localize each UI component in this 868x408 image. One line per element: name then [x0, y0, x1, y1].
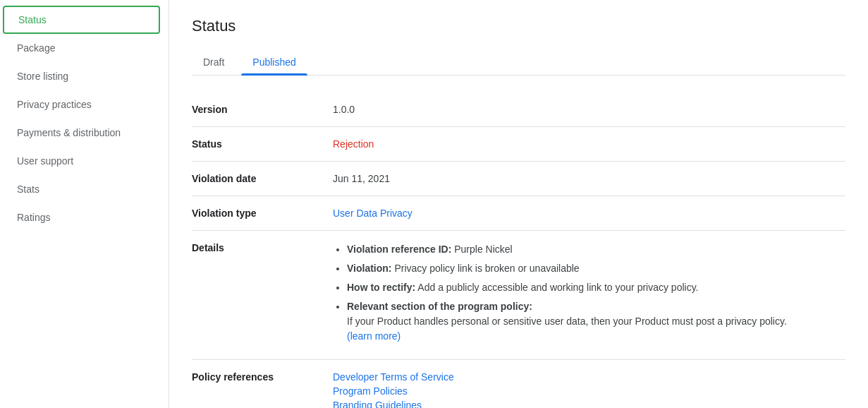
violation-date-row: Violation date Jun 11, 2021	[192, 162, 845, 196]
details-value: Violation reference ID: Purple Nickel Vi…	[333, 242, 845, 348]
tab-draft[interactable]: Draft	[192, 49, 236, 75]
sidebar-item-status[interactable]: Status	[3, 6, 160, 34]
sidebar: Status Package Store listing Privacy pra…	[0, 0, 169, 408]
detail-item-bold: Violation reference ID:	[347, 244, 451, 255]
detail-item-bold: Relevant section of the program policy:	[347, 301, 532, 312]
sidebar-item-store-listing[interactable]: Store listing	[0, 62, 163, 90]
list-item: How to rectify: Add a publicly accessibl…	[347, 280, 845, 295]
sidebar-item-label: User support	[17, 155, 73, 167]
list-item: Violation: Privacy policy link is broken…	[347, 261, 845, 276]
sidebar-item-user-support[interactable]: User support	[0, 147, 163, 175]
violation-type-value: User Data Privacy	[333, 208, 845, 219]
details-row: Details Violation reference ID: Purple N…	[192, 231, 845, 360]
sidebar-item-stats[interactable]: Stats	[0, 175, 163, 203]
violation-date-label: Violation date	[192, 173, 333, 184]
main-content: Status Draft Published Version 1.0.0 Sta…	[169, 0, 868, 408]
details-label: Details	[192, 242, 333, 253]
violation-type-row: Violation type User Data Privacy	[192, 196, 845, 231]
status-row: Status Rejection	[192, 127, 845, 162]
policy-link-developer-terms[interactable]: Developer Terms of Service	[333, 371, 845, 383]
page-title: Status	[192, 17, 845, 35]
policy-link-program-policies[interactable]: Program Policies	[333, 385, 845, 397]
sidebar-item-label: Payments & distribution	[17, 127, 121, 138]
tab-published[interactable]: Published	[241, 49, 307, 75]
violation-date-value: Jun 11, 2021	[333, 173, 845, 184]
detail-item-bold: How to rectify:	[347, 282, 415, 293]
violation-type-link[interactable]: User Data Privacy	[333, 208, 412, 219]
status-label: Status	[192, 138, 333, 150]
detail-item-text: Purple Nickel	[454, 244, 512, 255]
sidebar-item-privacy-practices[interactable]: Privacy practices	[0, 90, 163, 119]
detail-item-text: Privacy policy link is broken or unavail…	[394, 263, 579, 274]
list-item: Relevant section of the program policy: …	[347, 299, 845, 344]
details-list: Violation reference ID: Purple Nickel Vi…	[333, 242, 845, 344]
sidebar-item-label: Package	[17, 42, 55, 54]
version-row: Version 1.0.0	[192, 92, 845, 127]
version-value: 1.0.0	[333, 104, 845, 115]
violation-type-label: Violation type	[192, 208, 333, 219]
policy-link-branding-guidelines[interactable]: Branding Guidelines	[333, 400, 845, 408]
policy-references-label: Policy references	[192, 371, 333, 383]
sidebar-item-label: Ratings	[17, 212, 50, 223]
tab-bar: Draft Published	[192, 49, 845, 76]
version-label: Version	[192, 104, 333, 115]
policy-references-value: Developer Terms of Service Program Polic…	[333, 371, 845, 408]
detail-item-text: Add a publicly accessible and working li…	[417, 282, 698, 293]
list-item: Violation reference ID: Purple Nickel	[347, 242, 845, 257]
learn-more-link[interactable]: (learn more)	[347, 330, 401, 342]
sidebar-item-label: Store listing	[17, 71, 68, 82]
sidebar-item-package[interactable]: Package	[0, 34, 163, 62]
sidebar-item-label: Stats	[17, 184, 39, 195]
details-extra: If your Product handles personal or sens…	[347, 316, 787, 327]
sidebar-item-label: Privacy practices	[17, 99, 92, 110]
detail-item-bold: Violation:	[347, 263, 392, 274]
sidebar-item-ratings[interactable]: Ratings	[0, 203, 163, 232]
sidebar-item-label: Status	[18, 14, 47, 25]
sidebar-item-payments-distribution[interactable]: Payments & distribution	[0, 119, 163, 147]
status-value: Rejection	[333, 138, 845, 150]
policy-references-row: Policy references Developer Terms of Ser…	[192, 360, 845, 408]
